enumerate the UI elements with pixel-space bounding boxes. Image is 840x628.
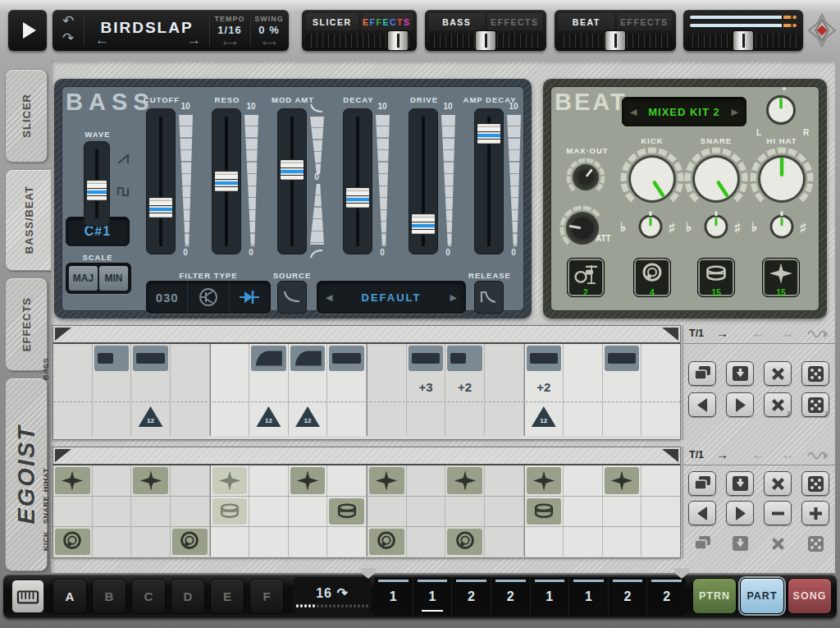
part-cell-5[interactable]: 1 xyxy=(531,577,570,616)
beat-level-thumb[interactable] xyxy=(605,30,626,51)
bass-note-cell[interactable] xyxy=(249,344,289,373)
shift-right-button[interactable] xyxy=(726,392,754,417)
preset-next-arrow[interactable]: ▶ xyxy=(450,292,457,303)
pattern-button-a[interactable]: A xyxy=(52,579,87,614)
step-cell[interactable] xyxy=(564,527,603,557)
slide-marker[interactable]: 12 xyxy=(532,406,556,427)
step-cell[interactable] xyxy=(485,402,524,436)
shift-left-arrow[interactable]: ← xyxy=(752,447,765,461)
bass-note-cell[interactable] xyxy=(407,344,446,373)
step-cell[interactable] xyxy=(524,465,564,496)
beat-tab-beat[interactable]: BEAT xyxy=(559,13,614,30)
hihat-step[interactable] xyxy=(447,467,482,494)
hihat-step[interactable] xyxy=(55,467,90,494)
step-cell[interactable] xyxy=(564,402,603,436)
snare-pitch-knob[interactable] xyxy=(700,210,733,246)
step-cell[interactable] xyxy=(289,527,328,557)
step-cell[interactable] xyxy=(367,497,407,526)
step-cell[interactable]: 12 xyxy=(524,402,564,436)
step-cell[interactable] xyxy=(367,527,407,557)
step-cell[interactable] xyxy=(367,465,407,496)
step-cell[interactable] xyxy=(53,497,93,526)
part-cell-7[interactable]: 2 xyxy=(609,577,648,616)
beat-level-slider[interactable] xyxy=(559,34,672,48)
step-cell[interactable] xyxy=(485,373,524,401)
random-button[interactable] xyxy=(801,471,829,496)
step-cell[interactable] xyxy=(327,465,367,496)
shift-left-button[interactable] xyxy=(688,392,716,417)
step-cell[interactable] xyxy=(445,465,485,496)
slider-cutoff[interactable] xyxy=(146,108,176,254)
shift-right-arrow[interactable]: → xyxy=(716,326,728,340)
hihat-step[interactable] xyxy=(527,467,562,494)
bass-note-short[interactable] xyxy=(94,346,130,371)
shift-left-arrow[interactable]: ← xyxy=(752,326,765,340)
step-cell[interactable] xyxy=(641,527,680,557)
minus-button[interactable] xyxy=(764,501,792,525)
snare-step[interactable] xyxy=(212,498,248,525)
slider-mod-amt-thumb[interactable] xyxy=(280,159,304,181)
bass-level-thumb[interactable] xyxy=(475,30,496,51)
kit-prev-arrow[interactable]: ◀ xyxy=(630,107,637,117)
step-cell[interactable] xyxy=(327,402,367,436)
keyboard-button[interactable] xyxy=(11,580,44,613)
step-cell[interactable] xyxy=(171,344,210,373)
hihat-step[interactable] xyxy=(605,467,640,494)
step-cell[interactable] xyxy=(327,527,367,557)
mode-button-song[interactable]: SONG xyxy=(788,578,832,614)
play-button[interactable] xyxy=(8,10,47,51)
step-cell[interactable] xyxy=(289,465,328,496)
step-cell[interactable] xyxy=(210,497,250,526)
step-cell[interactable] xyxy=(407,465,446,496)
shift-right-arrow[interactable]: → xyxy=(716,447,728,461)
pattern-button-e[interactable]: E xyxy=(210,579,244,614)
slider-drive-thumb[interactable] xyxy=(411,213,436,235)
bass-note-full[interactable] xyxy=(133,346,168,371)
step-cell[interactable] xyxy=(564,465,603,496)
preset-dropdown[interactable]: ◀ DEFAULT ▶ xyxy=(317,281,466,314)
part-cell-2[interactable]: 1 xyxy=(413,577,453,616)
step-cell[interactable] xyxy=(289,373,328,401)
slide-marker[interactable]: 12 xyxy=(295,406,320,427)
preset-prev-arrow[interactable]: ◀ xyxy=(326,292,332,303)
kick-step[interactable] xyxy=(172,529,208,555)
step-cell[interactable] xyxy=(210,465,250,496)
next-pattern-arrow[interactable]: → xyxy=(187,32,201,48)
step-cell[interactable] xyxy=(131,465,171,496)
hihat-step[interactable] xyxy=(133,467,168,494)
wave-slider[interactable] xyxy=(84,141,110,227)
slicer-level-slider[interactable] xyxy=(306,34,413,48)
slider-cutoff-thumb[interactable] xyxy=(148,197,173,218)
bass-note-curve[interactable] xyxy=(290,346,326,371)
beat-tab-effects[interactable]: EFFECTS xyxy=(617,13,673,30)
kit-dropdown[interactable]: ◀ MIXED KIT 2 ▶ xyxy=(622,97,746,126)
step-cell[interactable] xyxy=(603,527,642,557)
scramble-arrow-icon[interactable] xyxy=(806,450,829,464)
scale-minor-button[interactable]: MIN xyxy=(99,266,128,291)
bass-note-cell[interactable] xyxy=(603,344,642,373)
shift-right-button[interactable] xyxy=(726,501,754,525)
snare-volume-knob[interactable] xyxy=(682,144,751,217)
source-env-button[interactable] xyxy=(277,281,307,314)
hihat-volume-knob[interactable] xyxy=(747,144,816,217)
step-cell[interactable]: 12 xyxy=(131,402,171,436)
step-cell[interactable]: +2 xyxy=(524,373,564,401)
part-cell-6[interactable]: 1 xyxy=(569,577,609,616)
scramble-arrow-icon[interactable] xyxy=(806,328,829,342)
hihat-step[interactable] xyxy=(212,467,248,494)
step-cell[interactable] xyxy=(53,373,93,401)
step-cell[interactable] xyxy=(564,373,603,401)
mode-button-ptrn[interactable]: PTRN xyxy=(692,578,737,614)
part-cell-1[interactable]: 1 xyxy=(374,577,413,616)
step-cell[interactable] xyxy=(249,527,289,557)
step-cell[interactable] xyxy=(210,527,250,557)
step-cell[interactable] xyxy=(171,465,210,496)
snare-step[interactable] xyxy=(329,498,364,525)
step-cell[interactable] xyxy=(641,373,680,401)
slider-mod-amt[interactable] xyxy=(277,108,307,254)
slider-decay[interactable] xyxy=(343,108,372,254)
pattern-length-panel[interactable]: 16 ↷ xyxy=(294,577,371,616)
step-cell[interactable] xyxy=(327,497,367,526)
random-button-disabled[interactable] xyxy=(801,531,829,556)
step-cell[interactable] xyxy=(445,402,485,436)
